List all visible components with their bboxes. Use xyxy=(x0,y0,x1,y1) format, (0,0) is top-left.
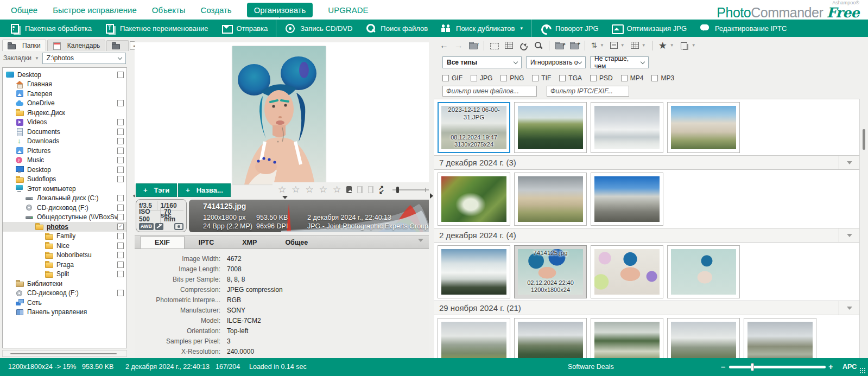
tab-obshchee[interactable]: Общее xyxy=(271,237,322,248)
preview-image[interactable] xyxy=(232,46,326,184)
tree-item[interactable]: Сеть xyxy=(3,298,126,308)
format-checkbox[interactable]: MP4 xyxy=(621,74,644,82)
tree-checkbox[interactable] xyxy=(117,138,124,144)
file-type-dropdown[interactable]: Все типы xyxy=(442,56,522,68)
refresh-icon[interactable] xyxy=(519,42,528,49)
zoom-slider[interactable] xyxy=(392,189,429,190)
tree-checkbox[interactable] xyxy=(117,243,124,249)
tree-item[interactable]: CD-дисковод (F:) xyxy=(3,289,126,298)
tree-item[interactable]: Desktop xyxy=(3,70,126,80)
rating-star-3[interactable]: ☆ xyxy=(306,185,314,194)
toolbar-button[interactable]: Отправка xyxy=(215,20,275,37)
list-view-icon[interactable] xyxy=(610,42,618,49)
tree-item[interactable]: Библиотеки xyxy=(3,279,126,289)
tree-checkbox[interactable] xyxy=(117,290,124,296)
ignore-dropdown[interactable]: Игнорировать о xyxy=(526,56,586,68)
rating-star-1[interactable]: ☆ xyxy=(278,185,286,194)
zoom-out-button[interactable]: – xyxy=(721,362,725,371)
chevron-down-icon[interactable] xyxy=(418,239,423,245)
thumbnail-vertical-scrollbar[interactable] xyxy=(859,99,868,358)
add-tags-button[interactable]: +Тэги xyxy=(136,183,177,197)
tree-item[interactable]: Pictures xyxy=(3,146,126,156)
tree-checkbox[interactable] xyxy=(117,262,124,268)
rating-star-2[interactable]: ☆ xyxy=(292,185,300,194)
right-splitter[interactable] xyxy=(429,37,434,358)
tree-checkbox[interactable] xyxy=(117,100,124,106)
thumbnail[interactable] xyxy=(667,102,740,153)
tab-xmp[interactable]: XMP xyxy=(228,237,271,248)
tree-item[interactable]: Панель управления xyxy=(3,308,126,317)
tree-item[interactable]: CD-дисковод (F:) xyxy=(3,203,126,213)
tree-item[interactable]: Галерея xyxy=(3,89,126,99)
software-deals-link[interactable]: Software Deals xyxy=(568,363,614,371)
menu-item[interactable]: Быстрое исправление xyxy=(53,5,137,15)
add-name-button[interactable]: +Назва... xyxy=(178,183,231,197)
left-splitter[interactable] xyxy=(129,37,135,358)
thumbnail[interactable] xyxy=(744,318,816,358)
fit-to-window-icon[interactable] xyxy=(379,186,384,194)
tree-checkbox[interactable] xyxy=(117,195,124,201)
thumbnail[interactable] xyxy=(591,173,663,226)
checkbox-box[interactable] xyxy=(559,75,566,81)
thumbnail[interactable] xyxy=(591,102,663,153)
thumbnail[interactable]: 7414125.jpg 02.12.2024 22:40 1200x1800x2… xyxy=(514,245,587,298)
tree-item[interactable]: Praga xyxy=(3,260,126,270)
tree-checkbox[interactable] xyxy=(117,176,124,182)
tree-item[interactable]: Family xyxy=(3,232,126,241)
thumbnail[interactable] xyxy=(514,102,587,153)
rating-star-4[interactable]: ☆ xyxy=(319,185,327,194)
bookmarks-label[interactable]: Закладки xyxy=(3,54,31,62)
zoom-slider-handle[interactable] xyxy=(396,187,399,193)
tree-item[interactable]: Documents xyxy=(3,127,126,137)
tree-item[interactable]: Яндекс.Диск xyxy=(3,108,126,118)
tree-checkbox[interactable] xyxy=(117,167,124,173)
sort-icon[interactable]: ⇅ xyxy=(591,41,597,50)
stack-icon[interactable] xyxy=(680,42,689,49)
thumbnail[interactable] xyxy=(667,318,740,358)
marquee-select-icon[interactable] xyxy=(490,43,499,49)
toolbar-button[interactable]: Поиск дубликатов ▾ xyxy=(434,20,529,37)
thumbnail[interactable] xyxy=(438,173,510,226)
thumbnail[interactable] xyxy=(438,318,510,358)
tree-checkbox[interactable] xyxy=(117,271,124,277)
thumbnail-grid-icon[interactable] xyxy=(505,42,513,49)
menu-item[interactable]: Создать xyxy=(201,5,232,15)
menu-item[interactable]: UPGRADE xyxy=(328,5,368,15)
path-dropdown[interactable]: Z:\photos xyxy=(42,53,126,64)
tree-horizontal-scrollbar[interactable] xyxy=(2,350,127,357)
toolbar-button[interactable]: Поиск файлов xyxy=(359,20,434,37)
thumbnail[interactable] xyxy=(514,318,587,358)
thumbnail[interactable] xyxy=(591,318,663,358)
checkbox-box[interactable] xyxy=(590,75,597,81)
tree-item[interactable]: Nice xyxy=(3,241,126,251)
tree-item[interactable]: Локальный диск (C:) xyxy=(3,194,126,203)
tree-item[interactable]: Noboribetsu xyxy=(3,251,126,260)
tree-item[interactable]: photos xyxy=(3,222,126,232)
table-view-icon[interactable] xyxy=(631,42,639,49)
checkbox-box[interactable] xyxy=(471,75,477,81)
group-collapse-button[interactable] xyxy=(839,301,859,315)
toolbar-button[interactable]: Запись CD/DVD xyxy=(276,20,359,37)
rating-star-5[interactable]: ☆ xyxy=(333,185,341,194)
thumbnail[interactable] xyxy=(438,245,510,298)
checkbox-box[interactable] xyxy=(651,75,658,81)
format-checkbox[interactable]: MP3 xyxy=(651,74,674,82)
tree-item[interactable]: Videos xyxy=(3,118,126,128)
menu-item[interactable]: Объекты xyxy=(152,5,186,15)
tree-checkbox[interactable] xyxy=(117,205,124,211)
tree-item[interactable]: Desktop xyxy=(3,165,126,175)
tree-item[interactable]: Главная xyxy=(3,80,126,90)
checkbox-box[interactable] xyxy=(532,75,538,81)
format-checkbox[interactable]: PSD xyxy=(590,74,613,82)
favorites-star-icon[interactable]: ★ xyxy=(658,41,667,50)
thumbnail[interactable] xyxy=(514,173,587,226)
tree-checkbox[interactable] xyxy=(117,129,124,135)
back-icon[interactable]: ← xyxy=(440,41,448,50)
iptc-filter-input[interactable] xyxy=(547,86,629,97)
tab-iptc[interactable]: IPTC xyxy=(185,237,228,248)
checkbox-box[interactable] xyxy=(500,75,507,81)
tree-item[interactable]: Split xyxy=(3,270,126,279)
thumbnail[interactable] xyxy=(667,245,740,298)
tree-checkbox[interactable] xyxy=(117,148,124,154)
scrollbar-thumb[interactable] xyxy=(863,129,865,150)
